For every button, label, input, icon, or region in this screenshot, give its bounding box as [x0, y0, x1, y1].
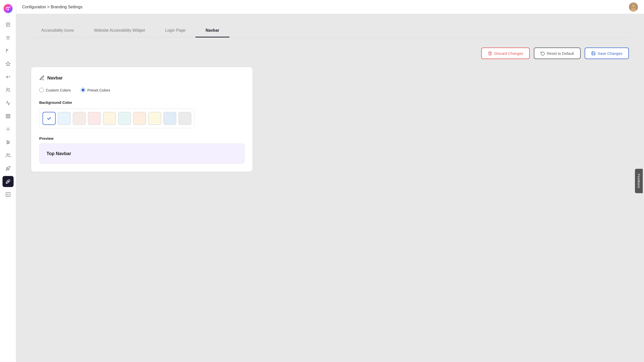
color-swatch-5[interactable]: [118, 112, 131, 125]
svg-marker-9: [6, 62, 10, 66]
preview-text: Top Navbar: [47, 151, 71, 156]
tab-accessibility-icons[interactable]: Accessibility Icons: [31, 24, 84, 37]
avatar[interactable]: [629, 3, 638, 12]
color-swatch-6[interactable]: [133, 112, 146, 125]
sidebar-item-people[interactable]: [3, 84, 14, 96]
sidebar-item-analytics[interactable]: [3, 189, 14, 200]
card-header: Navbar: [39, 75, 245, 81]
card-title: Navbar: [47, 75, 63, 81]
custom-colors-option[interactable]: Custom Colors: [39, 88, 71, 92]
sidebar: [0, 0, 16, 362]
topbar: Configuration > Branding Settings: [16, 0, 644, 14]
svg-rect-12: [8, 114, 10, 116]
background-color-label: Background Color: [39, 100, 245, 105]
tab-website-accessibility-widget[interactable]: Website Accessibility Widget: [84, 24, 155, 37]
sidebar-item-sliders[interactable]: [3, 137, 14, 148]
discard-changes-button[interactable]: Discard Changes: [481, 48, 530, 59]
svg-point-20: [8, 142, 9, 143]
color-swatch-1[interactable]: [58, 112, 71, 125]
color-swatch-8[interactable]: [163, 112, 176, 125]
preset-colors-option[interactable]: Preset Colors: [81, 88, 110, 92]
save-icon: [591, 51, 596, 56]
sidebar-item-flag[interactable]: [3, 45, 14, 56]
page-breadcrumb: Configuration > Branding Settings: [22, 5, 83, 9]
color-swatch-7[interactable]: [148, 112, 161, 125]
reset-icon: [540, 51, 545, 56]
sidebar-item-documents[interactable]: [3, 19, 14, 30]
svg-point-19: [7, 141, 8, 141]
navbar-card: Navbar Custom Colors Preset Colors Backg…: [31, 67, 253, 172]
color-swatch-9[interactable]: [178, 112, 191, 125]
sidebar-item-users[interactable]: [3, 150, 14, 161]
feedback-tab[interactable]: Feedback: [635, 169, 643, 193]
custom-colors-label: Custom Colors: [46, 88, 71, 92]
color-swatch-2[interactable]: [73, 112, 86, 125]
tab-navbar[interactable]: Navbar: [195, 24, 229, 37]
sidebar-item-chart[interactable]: [3, 98, 14, 109]
app-logo[interactable]: [4, 4, 13, 13]
trash-icon: [488, 51, 492, 56]
sidebar-item-paint[interactable]: [3, 176, 14, 187]
color-swatches-container: [39, 109, 195, 128]
svg-point-30: [632, 4, 635, 7]
tab-login-page[interactable]: Login Page: [155, 24, 195, 37]
preview-label: Preview: [39, 136, 245, 141]
sidebar-item-settings[interactable]: [3, 124, 14, 135]
custom-colors-radio[interactable]: [39, 88, 44, 92]
action-buttons: Discard Changes Reset to Default Save Ch…: [31, 48, 629, 59]
sidebar-item-list[interactable]: [3, 32, 14, 43]
svg-point-0: [4, 4, 13, 13]
svg-point-1: [7, 9, 9, 10]
color-swatch-0[interactable]: [43, 112, 56, 125]
preset-colors-label: Preset Colors: [87, 88, 110, 92]
sidebar-item-megaphone[interactable]: [3, 71, 14, 82]
svg-point-21: [7, 143, 8, 144]
tabs-container: Accessibility Icons Website Accessibilit…: [31, 24, 629, 37]
preset-colors-radio[interactable]: [81, 88, 85, 92]
page-content: Accessibility Icons Website Accessibilit…: [16, 14, 644, 362]
color-swatch-3[interactable]: [88, 112, 101, 125]
svg-point-22: [7, 154, 8, 155]
svg-point-10: [7, 88, 8, 90]
main-content: Configuration > Branding Settings Access…: [16, 0, 644, 362]
color-mode-radio-group: Custom Colors Preset Colors: [39, 88, 245, 92]
sidebar-item-star[interactable]: [3, 58, 14, 69]
sidebar-item-grid[interactable]: [3, 111, 14, 122]
svg-rect-14: [8, 117, 10, 118]
reset-to-default-button[interactable]: Reset to Default: [534, 48, 581, 59]
preview-box: Top Navbar: [39, 144, 245, 164]
save-changes-button[interactable]: Save Changes: [585, 48, 629, 59]
pen-icon: [39, 75, 45, 81]
sidebar-item-rocket[interactable]: [3, 163, 14, 174]
svg-rect-13: [6, 117, 8, 118]
topbar-right: [629, 3, 638, 12]
svg-rect-11: [6, 114, 8, 116]
color-swatch-4[interactable]: [103, 112, 116, 125]
svg-point-15: [7, 129, 9, 130]
